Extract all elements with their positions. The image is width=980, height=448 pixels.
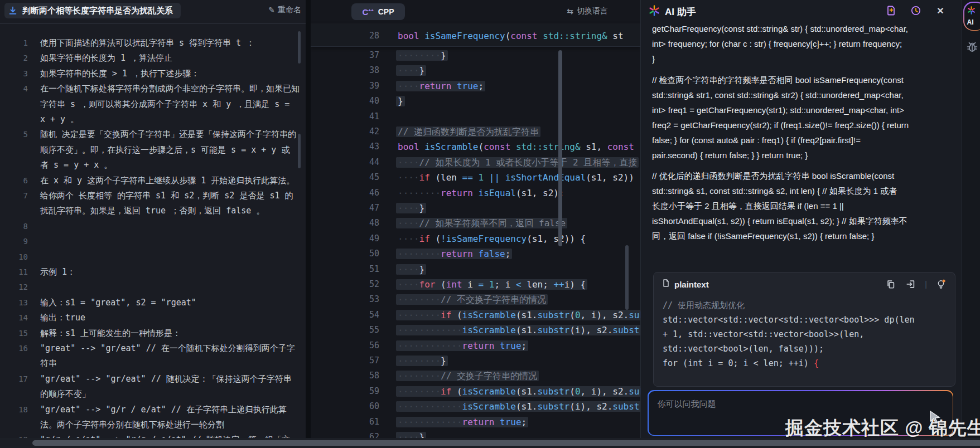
- problem-line[interactable]: 1使用下面描述的算法可以扰乱字符串 s 得到字符串 t ：: [0, 36, 306, 51]
- line-number: 18: [0, 402, 28, 417]
- new-chat-icon[interactable]: [885, 4, 897, 17]
- line-text: "gr/eat" --> "g/r / e/at" // 在子字符串上递归执行此…: [40, 402, 287, 417]
- editor-edge-scrollbar-thumb[interactable]: [625, 245, 629, 310]
- ai-pill-button[interactable]: AI: [963, 2, 980, 31]
- left-scrollbar-mark[interactable]: [298, 134, 301, 168]
- editor-line[interactable]: 44····// 如果长度为 1 或者长度小于等于 2 且相等，直接: [311, 155, 640, 170]
- ai-text-row: isShortAndEqual(s1, s2)) { return isEqua…: [652, 213, 953, 228]
- problem-line[interactable]: 8: [0, 219, 306, 234]
- line-number: 10: [0, 250, 28, 265]
- problem-line[interactable]: 6在 x 和 y 这两个子字符串上继续从步骤 1 开始递归执行此算法。: [0, 173, 306, 188]
- explain-bulb-icon[interactable]: [935, 278, 947, 290]
- editor-scrollbar-thumb[interactable]: [558, 50, 562, 246]
- editor-line[interactable]: 62····}: [311, 430, 640, 438]
- tab-cpp[interactable]: C++ CPP: [351, 3, 405, 20]
- editor-line[interactable]: 49····if (!isSameFrequency(s1, s2)) {: [311, 231, 640, 246]
- code-block-content[interactable]: // 使用动态规划优化std::vector<std::vector<std::…: [663, 298, 949, 371]
- problem-title-chip[interactable]: 判断两个相等长度字符串是否为扰乱关系: [4, 3, 181, 18]
- line-text: 使用下面描述的算法可以扰乱字符串 s 得到字符串 t ：: [40, 36, 254, 51]
- editor-line[interactable]: 46········return isEqual(s1, s2);: [311, 186, 640, 201]
- editor-line[interactable]: 39····return true;: [311, 79, 640, 94]
- download-icon: [8, 6, 18, 16]
- editor-line[interactable]: 48····// 如果字符频率不同，返回 false: [311, 216, 640, 231]
- ai-text-row: pair.second) { return false; } } return …: [652, 148, 953, 163]
- problem-line[interactable]: 7给你两个 长度相等 的字符串 s1 和 s2，判断 s2 是否是 s1 的: [0, 188, 306, 203]
- editor-line[interactable]: 57········}: [311, 353, 640, 368]
- tab-label: CPP: [378, 7, 394, 16]
- problem-line[interactable]: 5随机 决定是要「交换两个子字符串」还是要「保持这两个子字符串的: [0, 127, 306, 142]
- problem-line[interactable]: 10: [0, 250, 306, 265]
- code-language-label: plaintext: [674, 280, 709, 289]
- problem-line[interactable]: 13输入：s1 = "great", s2 = "rgeat": [0, 295, 306, 310]
- insert-code-icon[interactable]: [905, 278, 917, 290]
- problem-line[interactable]: 符串: [0, 356, 306, 371]
- editor-line[interactable]: 38····}: [311, 63, 640, 78]
- problem-line[interactable]: x + y 。: [0, 112, 306, 127]
- problem-line[interactable]: 14输出：true: [0, 310, 306, 325]
- line-text: x + y 。: [40, 112, 79, 127]
- switch-language-button[interactable]: ⇆ 切换语言: [567, 6, 608, 16]
- problem-line[interactable]: 扰乱字符串。如果是，返回 true ；否则，返回 false 。: [0, 203, 306, 218]
- editor-line[interactable]: 54········if (isScramble(s1.substr(0, i)…: [311, 308, 640, 323]
- editor-line[interactable]: 58········// 交换子字符串的情况: [311, 368, 640, 383]
- problem-line[interactable]: 3如果字符串的长度 > 1 ，执行下述步骤：: [0, 66, 306, 81]
- problem-line[interactable]: 法。两个子字符串分别在随机下标处进行一轮分割: [0, 417, 306, 432]
- editor-line[interactable]: 61············return true;: [311, 415, 640, 430]
- bug-icon[interactable]: [965, 40, 979, 53]
- sticky-code: bool isSameFrequency(const std::string& …: [398, 28, 624, 43]
- line-number: 16: [0, 341, 28, 356]
- history-icon[interactable]: [910, 4, 922, 17]
- line-number: 56: [311, 338, 379, 353]
- line-text: 输出：true: [40, 310, 85, 325]
- editor-line[interactable]: 40}: [311, 94, 640, 109]
- editor-line[interactable]: 51····}: [311, 262, 640, 277]
- line-number: 3: [0, 66, 28, 81]
- ai-message-paragraph: // 优化后的递归函数判断是否为扰乱字符串 bool isScramble(co…: [652, 168, 953, 244]
- problem-line[interactable]: 19"g/r / e/at" --> "r/g / e/at" // 随机决定：…: [0, 432, 306, 438]
- code-row: std::vector<bool>(len, false)));: [663, 342, 949, 356]
- line-number: 48: [311, 216, 379, 231]
- close-icon[interactable]: ✕: [934, 4, 947, 17]
- line-number: 8: [0, 219, 28, 234]
- line-number: 38: [311, 63, 379, 78]
- editor-line[interactable]: 37········}: [311, 48, 640, 63]
- editor-line[interactable]: 59········if (isScramble(s1.substr(0, i)…: [311, 384, 640, 399]
- problem-line[interactable]: 4在一个随机下标处将字符串分割成两个非空的子字符串。即，如果已知: [0, 81, 306, 96]
- line-number: 49: [311, 231, 379, 246]
- editor-line[interactable]: 55············isScramble(s1.substr(i), s…: [311, 323, 640, 338]
- editor-line[interactable]: 47····}: [311, 201, 640, 216]
- rename-button[interactable]: ✎ 重命名: [268, 5, 301, 15]
- editor-line[interactable]: 42// 递归函数判断是否为扰乱字符串: [311, 124, 640, 139]
- editor-line[interactable]: 50········return false;: [311, 246, 640, 261]
- sticky-scroll-line[interactable]: 28 bool isSameFrequency(const std::strin…: [311, 23, 640, 47]
- problem-line[interactable]: 18"gr/eat" --> "g/r / e/at" // 在子字符串上递归执…: [0, 402, 306, 417]
- problem-line[interactable]: 字符串 s ，则可以将其分成两个子字符串 x 和 y ，且满足 s =: [0, 97, 306, 112]
- copy-icon[interactable]: [885, 278, 897, 290]
- problem-line[interactable]: 顺序不变」。即，在执行这一步骤之后，s 可能是 s = x + y 或: [0, 143, 306, 158]
- line-number: 50: [311, 246, 379, 261]
- switch-language-label: 切换语言: [577, 6, 608, 16]
- problem-line[interactable]: 11示例 1：: [0, 265, 306, 280]
- line-number: 45: [311, 170, 379, 185]
- problem-line[interactable]: 的顺序不变」: [0, 387, 306, 402]
- bottom-scrollbar-thumb[interactable]: [32, 440, 980, 446]
- left-scrollbar-mark[interactable]: [298, 31, 301, 64]
- problem-line[interactable]: 15解释：s1 上可能发生的一种情形是：: [0, 326, 306, 341]
- problem-line[interactable]: 者 s = y + x 。: [0, 158, 306, 173]
- editor-line[interactable]: 60············isScramble(s1.substr(i), s…: [311, 399, 640, 414]
- problem-line[interactable]: 9: [0, 234, 306, 249]
- editor-line[interactable]: 43bool isScramble(const std::string& s1,…: [311, 139, 640, 154]
- editor-line[interactable]: 41: [311, 109, 640, 124]
- line-number: 37: [311, 48, 379, 63]
- problem-line[interactable]: 12: [0, 280, 306, 295]
- problem-line[interactable]: 16"great" --> "gr/eat" // 在一个随机下标处分割得到两个…: [0, 341, 306, 356]
- swap-arrows-icon: ⇆: [567, 7, 573, 16]
- line-number: 7: [0, 188, 28, 203]
- editor-line[interactable]: 45····if (len == 1 || isShortAndEqual(s1…: [311, 170, 640, 185]
- editor-line[interactable]: 52····for (int i = 1; i < len; ++i) {: [311, 277, 640, 292]
- editor-line[interactable]: 53········// 不交换子字符串的情况: [311, 292, 640, 307]
- problem-line[interactable]: 17"gr/eat" --> "gr/eat" // 随机决定：「保持这两个子字…: [0, 372, 306, 387]
- problem-line[interactable]: 2如果字符串的长度为 1 ，算法停止: [0, 51, 306, 66]
- problem-title: 判断两个相等长度字符串是否为扰乱关系: [22, 6, 173, 16]
- editor-line[interactable]: 56············return true;: [311, 338, 640, 353]
